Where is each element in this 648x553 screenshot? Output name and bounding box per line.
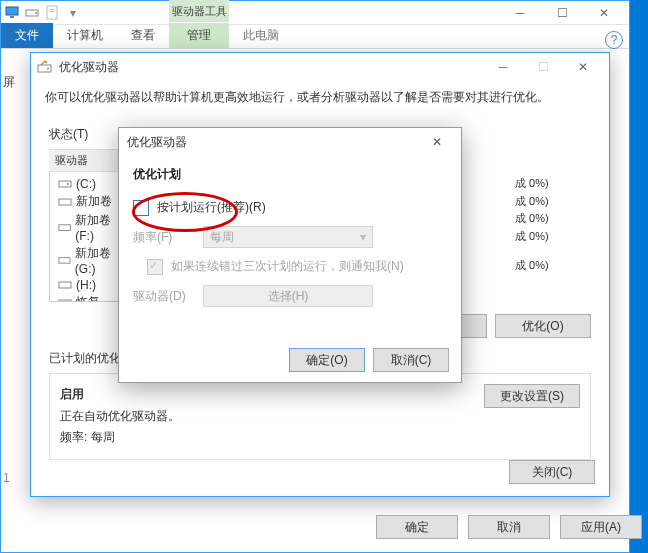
drive-qat-icon[interactable] xyxy=(25,5,41,21)
optimize-description: 你可以优化驱动器以帮助计算机更高效地运行，或者分析驱动器以了解是否需要对其进行优… xyxy=(31,81,609,114)
change-settings-button[interactable]: 更改设置(S) xyxy=(484,384,580,408)
optwin-close-button2[interactable]: 关闭(C) xyxy=(509,460,595,484)
schedule-dialog-titlebar: 优化驱动器 ✕ xyxy=(119,128,461,156)
svg-rect-6 xyxy=(49,11,55,12)
svg-point-10 xyxy=(67,183,69,185)
schedule-dialog-body: 优化计划 按计划运行(推荐)(R) 频率(F) 每周 ▾ 如果连续错过三次计划的… xyxy=(119,156,461,327)
frequency-row: 频率(F) 每周 ▾ xyxy=(133,226,447,248)
drive-name: 恢复 xyxy=(76,294,100,302)
sched-freq: 频率: 每周 xyxy=(60,427,180,449)
schedule-dialog-title: 优化驱动器 xyxy=(127,134,187,151)
peek-status: 成 0%) xyxy=(515,258,549,273)
drives-row: 驱动器(D) 选择(H) xyxy=(133,285,447,307)
tab-computer[interactable]: 计算机 xyxy=(53,23,117,48)
svg-rect-14 xyxy=(59,282,71,288)
help-icon[interactable]: ? xyxy=(605,31,623,49)
schedule-dialog-close-button[interactable]: ✕ xyxy=(421,130,453,154)
explorer-titlebar: ▾ ─ ☐ ✕ xyxy=(1,1,629,25)
svg-rect-9 xyxy=(59,181,71,187)
scheduled-info: 启用 正在自动优化驱动器。 频率: 每周 xyxy=(60,384,180,449)
underlying-dialog-buttons: 确定 取消 应用(A) xyxy=(277,515,642,539)
tab-view[interactable]: 查看 xyxy=(117,23,169,48)
optwin-maximize-button[interactable]: ☐ xyxy=(523,54,563,80)
svg-point-8 xyxy=(47,68,49,70)
tab-manage[interactable]: 管理 xyxy=(169,23,229,48)
svg-rect-4 xyxy=(47,6,57,19)
chevron-down-icon: ▾ xyxy=(360,230,366,244)
optimize-titlebar: 优化驱动器 ─ ☐ ✕ xyxy=(31,53,609,81)
explorer-window-controls: ─ ☐ ✕ xyxy=(499,2,625,24)
under-cancel-button[interactable]: 取消 xyxy=(468,515,550,539)
qat-more-icon[interactable]: ▾ xyxy=(65,5,81,21)
drive-name: (C:) xyxy=(76,177,96,191)
explorer-minimize-button[interactable]: ─ xyxy=(499,2,541,24)
sched-desc: 正在自动优化驱动器。 xyxy=(60,406,180,428)
run-on-schedule-checkbox[interactable] xyxy=(133,200,149,216)
tab-file[interactable]: 文件 xyxy=(1,23,53,48)
choose-drives-button: 选择(H) xyxy=(203,285,373,307)
svg-rect-7 xyxy=(38,65,51,72)
run-on-schedule-row: 按计划运行(推荐)(R) xyxy=(133,199,447,216)
under-ok-button[interactable]: 确定 xyxy=(376,515,458,539)
drive-icon xyxy=(58,221,71,235)
scheduled-box: 启用 正在自动优化驱动器。 频率: 每周 更改设置(S) xyxy=(49,373,591,460)
properties-qat-icon[interactable] xyxy=(45,5,61,21)
explorer-close-button[interactable]: ✕ xyxy=(583,2,625,24)
optwin-minimize-button[interactable]: ─ xyxy=(483,54,523,80)
svg-rect-11 xyxy=(59,199,71,205)
run-on-schedule-label: 按计划运行(推荐)(R) xyxy=(157,199,266,216)
peek-status: 成 0%) xyxy=(515,211,549,226)
explorer-maximize-button[interactable]: ☐ xyxy=(541,2,583,24)
optimize-icon xyxy=(37,59,53,75)
ribbon-tabs: 文件 计算机 查看 驱动器工具 管理 此电脑 xyxy=(1,25,629,49)
drives-label: 驱动器(D) xyxy=(133,288,203,305)
drive-icon xyxy=(58,296,72,303)
drive-icon xyxy=(58,254,71,268)
svg-point-3 xyxy=(35,12,37,14)
quick-access-toolbar: ▾ xyxy=(5,5,81,21)
schedule-ok-button[interactable]: 确定(O) xyxy=(289,348,365,372)
notify-row: 如果连续错过三次计划的运行，则通知我(N) xyxy=(133,258,447,275)
frequency-label: 频率(F) xyxy=(133,229,203,246)
schedule-heading: 优化计划 xyxy=(133,166,447,183)
svg-rect-1 xyxy=(10,16,14,18)
stub-line-2: 1 xyxy=(3,471,27,485)
schedule-dialog-footer: 确定(O) 取消(C) xyxy=(289,348,449,372)
frequency-value: 每周 xyxy=(210,229,234,246)
context-group-label: 驱动器工具 xyxy=(169,0,229,22)
drive-name: 新加卷 xyxy=(76,193,112,210)
stub-line-1: 屏 xyxy=(3,74,27,91)
sched-enabled-label: 启用 xyxy=(60,384,180,406)
svg-rect-15 xyxy=(59,300,71,303)
notify-checkbox xyxy=(147,259,163,275)
svg-rect-13 xyxy=(59,257,70,263)
drive-icon xyxy=(58,195,72,209)
peek-status: 成 0%) xyxy=(515,176,549,191)
schedule-dialog: 优化驱动器 ✕ 优化计划 按计划运行(推荐)(R) 频率(F) 每周 ▾ 如果连… xyxy=(118,127,462,383)
drive-icon xyxy=(58,278,72,292)
under-apply-button[interactable]: 应用(A) xyxy=(560,515,642,539)
frequency-select[interactable]: 每周 ▾ xyxy=(203,226,373,248)
optwin-close-button[interactable]: ✕ xyxy=(563,54,603,80)
drive-icon xyxy=(58,177,72,191)
peek-status: 成 0%) xyxy=(515,229,549,244)
optimize-title-text: 优化驱动器 xyxy=(59,59,119,76)
notify-label: 如果连续错过三次计划的运行，则通知我(N) xyxy=(171,258,404,275)
monitor-icon xyxy=(5,5,21,21)
optimize-button[interactable]: 优化(O) xyxy=(495,314,591,338)
svg-rect-0 xyxy=(6,7,18,15)
svg-rect-12 xyxy=(59,224,70,230)
optwin-footer: 关闭(C) xyxy=(509,460,595,484)
left-underlying-stub: 屏 1 xyxy=(0,50,30,491)
schedule-cancel-button[interactable]: 取消(C) xyxy=(373,348,449,372)
svg-rect-5 xyxy=(49,9,55,10)
peek-status: 成 0%) xyxy=(515,194,549,209)
drive-name: (H:) xyxy=(76,278,96,292)
location-label: 此电脑 xyxy=(229,23,293,48)
context-tab-group: 驱动器工具 管理 xyxy=(169,23,229,48)
